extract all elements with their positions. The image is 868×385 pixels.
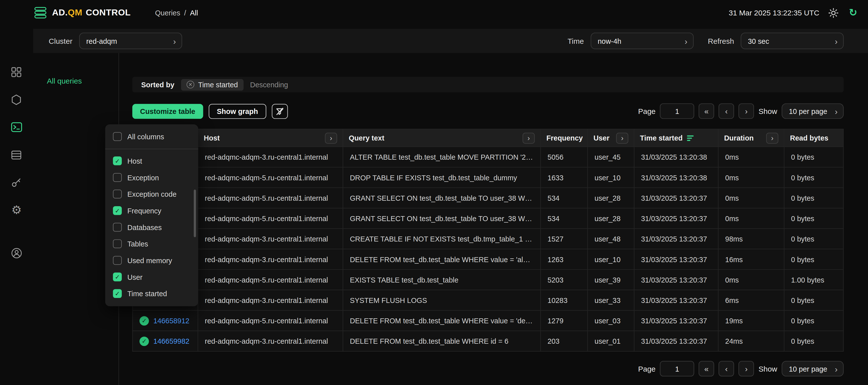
- clear-filters-button[interactable]: [272, 104, 288, 119]
- terminal-icon[interactable]: [9, 119, 24, 135]
- dropdown-option-databases[interactable]: Databases: [105, 219, 198, 236]
- account-icon[interactable]: [9, 245, 24, 261]
- table-row[interactable]: red-adqmc-adqm-5.ru-central1.internalEXI…: [132, 270, 843, 290]
- table-row[interactable]: red-adqmc-adqm-3.ru-central1.internalCRE…: [132, 229, 843, 249]
- table-row[interactable]: red-adqmc-adqm-3.ru-central1.internalSYS…: [132, 290, 843, 310]
- cell-frequency: 534: [540, 208, 588, 229]
- cell-duration: 98ms: [718, 229, 784, 249]
- query-id-link[interactable]: 146658912: [153, 316, 190, 324]
- table-row[interactable]: red-adqmc-adqm-5.ru-central1.internalGRA…: [132, 208, 843, 229]
- checkbox-checked[interactable]: ✓: [113, 156, 122, 165]
- dropdown-option-frequency[interactable]: ✓Frequency: [105, 202, 198, 219]
- column-menu-button-host[interactable]: ›: [325, 132, 337, 143]
- cell-read_bytes: 0 bytes: [784, 208, 843, 229]
- checkbox-unchecked[interactable]: [113, 256, 122, 265]
- dropdown-option-exception-code[interactable]: Exception code: [105, 186, 198, 203]
- dropdown-option-time-started[interactable]: ✓Time started: [105, 285, 198, 302]
- checkbox-unchecked[interactable]: [113, 132, 122, 141]
- icon-sidebar: ⚙: [0, 53, 33, 385]
- key-icon[interactable]: [9, 175, 24, 190]
- checkbox-unchecked[interactable]: [113, 189, 122, 199]
- query-history-button[interactable]: ↻: [847, 7, 859, 19]
- cell-frequency: 10283: [540, 290, 588, 310]
- breadcrumb-page[interactable]: All: [190, 8, 198, 17]
- filter-off-icon: [276, 107, 284, 115]
- column-menu-button-user[interactable]: ›: [616, 132, 628, 143]
- chevron-right-icon: ›: [679, 37, 687, 45]
- cell-frequency: 5203: [540, 270, 588, 290]
- dropdown-option-all-columns[interactable]: All columns: [105, 128, 198, 145]
- sort-desc-icon[interactable]: [687, 135, 694, 141]
- dropdown-option-user[interactable]: ✓User: [105, 269, 198, 285]
- cell-duration: 0ms: [718, 270, 784, 290]
- refresh-label: Refresh: [708, 37, 734, 45]
- cell-query: ALTER TABLE test_db.test_table MOVE PART…: [343, 147, 540, 167]
- cell-host: red-adqmc-adqm-3.ru-central1.internal: [198, 229, 343, 249]
- time-range-select[interactable]: now-4h ›: [591, 33, 693, 49]
- first-page-button[interactable]: «: [699, 361, 714, 376]
- checkbox-checked[interactable]: ✓: [113, 273, 122, 282]
- table-header-row: Host›Query text›FrequencyUser›Time start…: [132, 129, 843, 147]
- option-label: Used memory: [127, 256, 172, 265]
- prev-page-button[interactable]: ‹: [718, 103, 734, 119]
- dropdown-scrollbar[interactable]: [194, 189, 196, 237]
- cell-user: user_28: [588, 188, 634, 208]
- table-row[interactable]: red-adqmc-adqm-5.ru-central1.internalDRO…: [132, 167, 843, 187]
- hexagon-icon[interactable]: [9, 92, 24, 107]
- checkbox-unchecked[interactable]: [113, 223, 122, 232]
- cell-query: DELETE FROM test_db.test_table WHERE id …: [343, 331, 540, 351]
- cell-read_bytes: 0 bytes: [784, 229, 843, 249]
- breadcrumb-section[interactable]: Queries: [155, 8, 180, 17]
- query-id-link[interactable]: 146659982: [153, 337, 190, 345]
- cell-frequency: 1633: [540, 167, 588, 187]
- filter-bar-right: Time now-4h › Refresh 30 sec ›: [553, 33, 844, 49]
- sort-field-chip[interactable]: ✕ Time started: [181, 79, 244, 91]
- dashboard-icon[interactable]: [9, 64, 24, 79]
- customize-table-button[interactable]: Customize table: [132, 104, 203, 119]
- tables-icon[interactable]: [9, 147, 24, 163]
- checkbox-unchecked[interactable]: [113, 239, 122, 248]
- table-row[interactable]: red-adqmc-adqm-3.ru-central1.internalDEL…: [132, 249, 843, 269]
- checkbox-checked[interactable]: ✓: [113, 206, 122, 215]
- next-page-button[interactable]: ›: [739, 103, 754, 119]
- cell-frequency: 203: [540, 331, 588, 351]
- show-graph-button[interactable]: Show graph: [209, 104, 266, 119]
- theme-toggle-button[interactable]: [827, 7, 839, 19]
- cell-duration: 16ms: [718, 249, 784, 269]
- column-menu-button-query[interactable]: ›: [523, 132, 535, 143]
- checkbox-unchecked[interactable]: [113, 173, 122, 182]
- gear-icon[interactable]: ⚙: [9, 202, 24, 218]
- dropdown-option-used-memory[interactable]: Used memory: [105, 252, 198, 269]
- dropdown-option-host[interactable]: ✓Host: [105, 152, 198, 169]
- remove-sort-icon[interactable]: ✕: [187, 80, 194, 88]
- option-label: Frequency: [127, 206, 161, 215]
- table-row[interactable]: red-adqmc-adqm-5.ru-central1.internalGRA…: [132, 188, 843, 208]
- page-input[interactable]: [660, 361, 694, 376]
- cell-query: GRANT SELECT ON test_db.test_table TO us…: [343, 188, 540, 208]
- nav-item-all-queries[interactable]: All queries: [47, 77, 118, 85]
- sort-direction-label: Descending: [250, 80, 288, 89]
- refresh-interval-select[interactable]: 30 sec ›: [741, 33, 844, 49]
- cell-host: red-adqmc-adqm-5.ru-central1.internal: [198, 270, 343, 290]
- cluster-select[interactable]: red-adqm ›: [79, 33, 182, 49]
- prev-page-button[interactable]: ‹: [718, 361, 734, 376]
- cell-user: user_01: [588, 331, 634, 351]
- table-row[interactable]: ✓146659982red-adqmc-adqm-3.ru-central1.i…: [132, 331, 843, 351]
- checkbox-checked[interactable]: ✓: [113, 289, 122, 298]
- column-label-user: User: [593, 134, 610, 142]
- dropdown-option-tables[interactable]: Tables: [105, 236, 198, 252]
- cell-duration: 24ms: [718, 331, 784, 351]
- per-page-select[interactable]: 10 per page ›: [782, 103, 844, 119]
- per-page-select[interactable]: 10 per page ›: [782, 361, 844, 376]
- cell-user: user_45: [588, 147, 634, 167]
- page-input[interactable]: [660, 103, 694, 119]
- next-page-button[interactable]: ›: [739, 361, 754, 376]
- column-menu-button-duration[interactable]: ›: [766, 132, 778, 143]
- dropdown-option-exception[interactable]: Exception: [105, 169, 198, 186]
- table-row[interactable]: ✓146658912red-adqmc-adqm-5.ru-central1.i…: [132, 310, 843, 331]
- first-page-button[interactable]: «: [699, 103, 714, 119]
- screen: AD.QM CONTROL Queries / All 31 Mar 2025 …: [0, 0, 868, 385]
- cell-read_bytes: 0 bytes: [784, 147, 843, 167]
- column-label-read_bytes: Read bytes: [790, 134, 828, 142]
- table-row[interactable]: red-adqmc-adqm-3.ru-central1.internalALT…: [132, 147, 843, 167]
